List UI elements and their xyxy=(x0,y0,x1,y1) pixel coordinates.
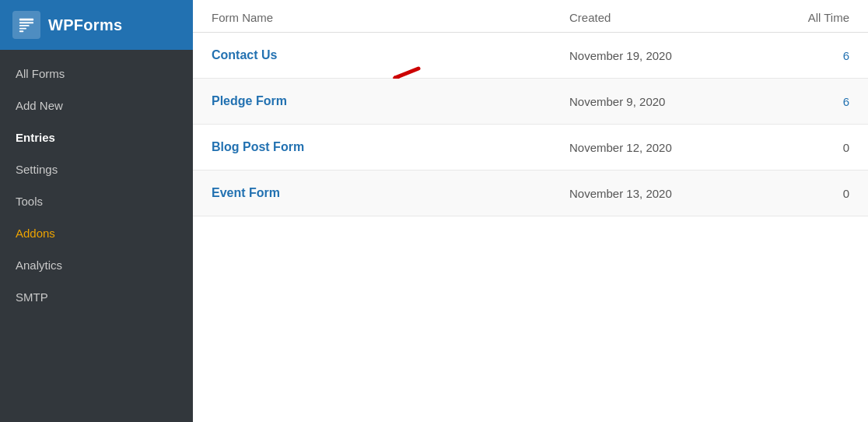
form-count-cell: 0 xyxy=(740,187,849,200)
form-name-link-event-form[interactable]: Event Form xyxy=(212,186,280,199)
col-header-form-name: Form Name xyxy=(212,11,569,24)
form-name-link-contact-us[interactable]: Contact Us xyxy=(212,48,277,62)
sidebar-item-tools[interactable]: Tools xyxy=(0,185,193,217)
form-created-cell: November 9, 2020 xyxy=(569,95,740,108)
sidebar-item-all-forms[interactable]: All Forms xyxy=(0,58,193,90)
sidebar-item-settings[interactable]: Settings xyxy=(0,153,193,185)
form-name-link-blog-post-form[interactable]: Blog Post Form xyxy=(212,140,304,153)
wpforms-icon xyxy=(18,16,35,33)
svg-rect-2 xyxy=(19,25,30,26)
sidebar: WPForms All Forms Add New Entries Settin… xyxy=(0,0,193,422)
table-row: Event Form November 13, 2020 0 xyxy=(193,171,868,216)
form-name-link-pledge-form[interactable]: Pledge Form xyxy=(212,94,287,107)
form-name-cell: Event Form xyxy=(212,186,569,200)
form-created-cell: November 13, 2020 xyxy=(569,187,740,200)
svg-rect-4 xyxy=(19,30,24,32)
svg-rect-3 xyxy=(19,28,26,30)
sidebar-logo-text: WPForms xyxy=(48,16,122,34)
table-header: Form Name Created All Time xyxy=(193,0,868,33)
table-body: Contact Us November 19, 2020 6 Pledge Fo… xyxy=(193,33,868,422)
form-name-cell: Contact Us xyxy=(212,48,569,62)
table-row: Pledge Form November 9, 2020 6 xyxy=(193,79,868,125)
form-name-cell: Blog Post Form xyxy=(212,140,569,154)
form-count-cell: 6 xyxy=(740,49,849,62)
sidebar-nav: All Forms Add New Entries Settings Tools… xyxy=(0,50,193,321)
svg-rect-1 xyxy=(19,22,33,23)
sidebar-item-analytics[interactable]: Analytics xyxy=(0,249,193,281)
table-row: Contact Us November 19, 2020 6 xyxy=(193,33,868,79)
wpforms-logo-icon xyxy=(12,11,40,39)
sidebar-item-entries[interactable]: Entries xyxy=(0,121,193,153)
form-created-cell: November 19, 2020 xyxy=(569,49,740,62)
svg-rect-0 xyxy=(19,19,33,21)
table-row: Blog Post Form November 12, 2020 0 xyxy=(193,125,868,171)
form-count-cell: 0 xyxy=(740,141,849,154)
sidebar-logo[interactable]: WPForms xyxy=(0,0,193,50)
sidebar-item-addons[interactable]: Addons xyxy=(0,217,193,249)
sidebar-item-smtp[interactable]: SMTP xyxy=(0,281,193,313)
sidebar-item-add-new[interactable]: Add New xyxy=(0,90,193,121)
col-header-created: Created xyxy=(569,11,740,24)
form-name-cell: Pledge Form xyxy=(212,94,569,108)
main-content: Form Name Created All Time Contact Us No… xyxy=(193,0,868,422)
form-created-cell: November 12, 2020 xyxy=(569,141,740,154)
form-count-cell: 6 xyxy=(740,95,849,108)
col-header-all-time: All Time xyxy=(740,11,849,24)
